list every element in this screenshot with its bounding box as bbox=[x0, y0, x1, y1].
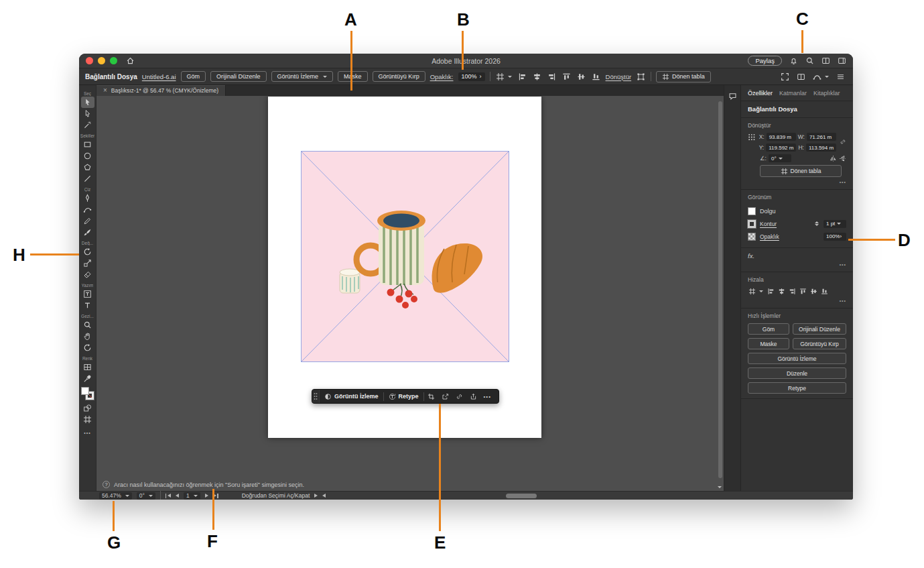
align-left-icon[interactable] bbox=[517, 72, 527, 82]
zoom-fit-icon[interactable] bbox=[780, 72, 790, 82]
opacity-value-field[interactable]: 100%› bbox=[458, 72, 485, 81]
tab-layers[interactable]: Katmanlar bbox=[779, 90, 807, 97]
snap-options-icon[interactable] bbox=[796, 72, 806, 82]
align-top-icon[interactable] bbox=[562, 72, 572, 82]
qa-mask-button[interactable]: Maske bbox=[748, 338, 789, 349]
align-middle-icon[interactable] bbox=[576, 72, 586, 82]
scroll-down-icon[interactable] bbox=[718, 486, 722, 488]
fx-label[interactable]: fx. bbox=[748, 252, 754, 260]
smoothing-options-icon[interactable] bbox=[812, 72, 830, 82]
reference-point-locator[interactable] bbox=[748, 133, 756, 141]
placed-linked-image[interactable] bbox=[301, 151, 509, 362]
tool-rotate[interactable] bbox=[81, 246, 94, 258]
close-tab-icon[interactable]: × bbox=[103, 87, 107, 94]
constrain-proportions-icon[interactable] bbox=[840, 138, 846, 146]
transform-label[interactable]: Dönüştür bbox=[606, 73, 632, 80]
align-right-icon[interactable] bbox=[547, 72, 557, 82]
canvas[interactable]: Görüntü İzleme Retype ••• ? Aracı nasıl bbox=[96, 96, 724, 491]
align-left-icon[interactable] bbox=[767, 288, 775, 295]
tool-line-segment[interactable] bbox=[81, 173, 94, 184]
h-field[interactable]: 113.594 m bbox=[806, 144, 836, 152]
y-field[interactable]: 119.592 m bbox=[766, 144, 796, 152]
crop-image-icon[interactable] bbox=[424, 393, 438, 400]
tool-direct-selection[interactable] bbox=[81, 108, 94, 119]
tool-magic-wand[interactable] bbox=[81, 119, 94, 131]
more-options-icon[interactable]: ••• bbox=[480, 394, 494, 400]
edit-toolbar-icon[interactable]: ••• bbox=[84, 431, 90, 435]
x-field[interactable]: 93.839 m bbox=[767, 133, 796, 141]
opacity-field[interactable]: 100%› bbox=[823, 233, 846, 241]
tool-ellipse[interactable] bbox=[81, 150, 94, 162]
flip-vertical-icon[interactable] bbox=[839, 155, 846, 162]
tool-hand[interactable] bbox=[81, 331, 94, 342]
tab-properties[interactable]: Özellikler bbox=[748, 90, 773, 97]
opacity-label[interactable]: Opaklık bbox=[760, 233, 779, 240]
horizontal-scrollbar[interactable] bbox=[506, 494, 537, 498]
tool-rotate-view[interactable] bbox=[81, 342, 94, 353]
more-options-icon[interactable]: ••• bbox=[748, 180, 846, 184]
align-bottom-icon[interactable] bbox=[821, 288, 828, 295]
qa-image-trace-button[interactable]: Görüntü İzleme bbox=[748, 353, 846, 364]
align-middle-icon[interactable] bbox=[810, 288, 817, 295]
align-bottom-icon[interactable] bbox=[591, 72, 601, 82]
align-center-icon[interactable] bbox=[778, 288, 785, 295]
arrange-documents-icon[interactable] bbox=[821, 56, 830, 65]
align-center-icon[interactable] bbox=[532, 72, 542, 82]
open-image-icon[interactable] bbox=[466, 393, 480, 400]
stroke-weight-stepper[interactable] bbox=[815, 221, 819, 227]
flip-horizontal-icon[interactable] bbox=[830, 155, 837, 162]
align-to-dropdown[interactable] bbox=[748, 287, 764, 296]
mask-button[interactable]: Maske bbox=[338, 71, 368, 82]
tool-eyedropper[interactable] bbox=[81, 373, 94, 384]
qa-retype-button[interactable]: Retype bbox=[748, 382, 846, 394]
link-options-icon[interactable] bbox=[452, 393, 466, 400]
linked-file-name[interactable]: Untitled-6.ai bbox=[142, 73, 176, 80]
help-icon[interactable]: ? bbox=[103, 481, 110, 488]
rotation-field[interactable]: 0° bbox=[769, 154, 791, 162]
first-artboard-button[interactable] bbox=[166, 494, 171, 498]
zoom-level-dropdown[interactable]: 56.47% bbox=[99, 492, 132, 500]
artboard[interactable] bbox=[268, 97, 541, 438]
tool-selection[interactable] bbox=[81, 97, 94, 108]
fill-color-swatch[interactable] bbox=[748, 207, 756, 215]
previous-artboard-button[interactable] bbox=[176, 494, 179, 498]
retype-button[interactable]: Retype bbox=[384, 393, 423, 400]
image-trace-button[interactable]: Görüntü İzleme bbox=[320, 393, 383, 400]
tool-touch-type[interactable] bbox=[81, 288, 94, 300]
minimize-window-button[interactable] bbox=[98, 57, 105, 64]
fill-stroke-indicator[interactable] bbox=[81, 387, 94, 400]
stroke-color-swatch[interactable] bbox=[748, 220, 756, 228]
comments-icon[interactable] bbox=[728, 92, 737, 101]
status-expand-icon[interactable] bbox=[314, 494, 318, 498]
home-icon[interactable] bbox=[126, 56, 135, 65]
w-field[interactable]: 71.261 m bbox=[807, 133, 836, 141]
more-options-icon[interactable]: ••• bbox=[748, 298, 846, 303]
tool-type[interactable] bbox=[81, 300, 94, 311]
embed-button[interactable]: Göm bbox=[181, 71, 206, 82]
tool-swatches[interactable] bbox=[81, 361, 94, 373]
align-to-selection-dropdown[interactable] bbox=[495, 72, 513, 82]
tool-zoom[interactable] bbox=[81, 319, 94, 331]
tool-shape-builder[interactable] bbox=[81, 402, 94, 414]
qa-crop-image-button[interactable]: Görüntüyü Kırp bbox=[793, 338, 846, 349]
share-button[interactable]: Paylaş bbox=[748, 56, 782, 66]
tool-artboard[interactable] bbox=[81, 414, 94, 425]
next-artboard-button[interactable] bbox=[205, 494, 208, 498]
opacity-label[interactable]: Opaklık: bbox=[430, 73, 454, 80]
notifications-bell-icon[interactable] bbox=[789, 56, 798, 65]
align-right-icon[interactable] bbox=[789, 288, 796, 295]
qa-embed-button[interactable]: Göm bbox=[748, 323, 789, 335]
close-window-button[interactable] bbox=[86, 57, 93, 64]
qa-arrange-button[interactable]: Düzenle bbox=[748, 367, 846, 379]
free-transform-icon[interactable] bbox=[636, 72, 646, 82]
artboard-button[interactable]: Dönen tabla bbox=[656, 71, 711, 82]
tool-scale[interactable] bbox=[81, 258, 94, 269]
opacity-icon[interactable] bbox=[748, 233, 756, 241]
fullscreen-window-button[interactable] bbox=[110, 57, 117, 64]
edit-original-icon[interactable] bbox=[438, 393, 452, 400]
stroke-weight-field[interactable]: 1 pt bbox=[823, 220, 846, 228]
artboard-number-dropdown[interactable]: 1 bbox=[184, 492, 200, 500]
edit-original-button[interactable]: Orijinali Düzenle bbox=[210, 71, 267, 82]
tool-pen[interactable] bbox=[81, 192, 94, 204]
fill-swatch[interactable] bbox=[81, 387, 89, 395]
